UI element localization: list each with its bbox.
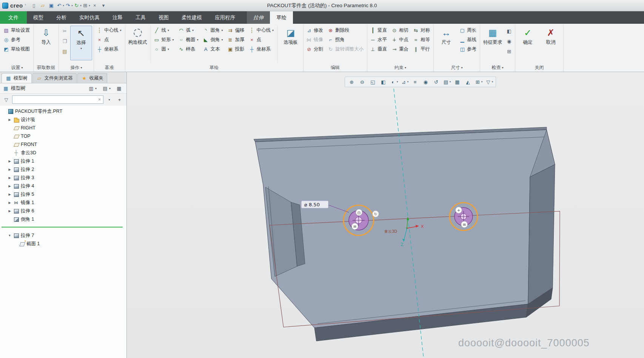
tab-extrude[interactable]: 拉伸 [247,11,270,24]
tree-item-design-items[interactable]: ▶设计项 [0,115,126,124]
midpoint-button[interactable]: ∔中点 [390,35,410,45]
graphics-filters-button[interactable]: ▽▾ [484,78,494,86]
search-options-button[interactable]: ▾ [105,95,114,104]
project-button[interactable]: ▣投影 [226,45,247,54]
fillet-button[interactable]: ◝圆角▾ [202,26,225,35]
circle-button[interactable]: ○圆▾ [153,45,176,54]
datum-csys-button[interactable]: ┼坐标系 [96,45,123,54]
tree-item-chamfer-1[interactable]: 倒角 1 [0,215,126,223]
divide-button[interactable]: ⊘分割 [305,45,325,54]
windows-button[interactable]: ⊞▾ [82,2,90,10]
tree-item-plane-right[interactable]: RIGHT [0,124,126,132]
more-button[interactable]: ▾ [99,2,108,10]
expander-icon[interactable]: ▶ [7,118,12,121]
tree-item-section-1[interactable]: 截面 1 [0,240,126,248]
dimension-button[interactable]: ↔ 尺寸 [435,26,457,60]
regenerate-button[interactable]: ↻▾ [73,2,82,10]
tree-item-plane-top[interactable]: TOP [0,132,126,140]
redo-button[interactable]: ↷▾ [65,2,73,10]
delete-segment-button[interactable]: ⊗删除段 [327,26,365,35]
references-button[interactable]: ◎参考 [2,35,32,45]
tree-item-csys[interactable]: 拿云3D [0,149,126,157]
expander-icon[interactable]: ▶ [7,184,12,188]
display-style-button[interactable]: ◐▾ [389,78,399,86]
expander-icon[interactable]: ▶ [7,193,12,196]
close-window-button[interactable]: × [91,2,99,10]
ellipse-button[interactable]: ○椭圆▾ [177,35,200,45]
tab-flex-modeling[interactable]: 柔性建模 [175,11,208,24]
symmetric-button[interactable]: ⇆对称 [412,26,432,35]
insert-indicator[interactable] [2,227,123,227]
tab-analysis[interactable]: 分析 [50,11,73,24]
panel-tab-folder-browser[interactable]: ▱文件夹浏览器 [32,73,77,83]
clear-search-button[interactable]: × [97,97,102,102]
perpendicular-button[interactable]: ⊥垂直 [369,45,389,54]
perimeter-button[interactable]: ▢周长 [458,26,478,35]
ref-dim-button[interactable]: ◫参考 [458,45,478,54]
sketch-setup-button[interactable]: ▧草绘设置 [2,26,32,35]
tree-item-plane-front[interactable]: FRONT [0,140,126,149]
graphics-area[interactable]: ◎ ≡ ↻ + ≡ ⌀ 8.50 [127,72,644,358]
parallel-button[interactable]: ∥平行 [412,45,432,54]
part-model[interactable] [254,127,555,341]
tree-item-extrude-3[interactable]: ▶拉伸 3 [0,174,126,182]
new-button[interactable]: ▯ [30,2,38,10]
feature-requirements-button[interactable]: ▦ 特征要求 [482,26,504,60]
expander-icon[interactable]: ▶ [7,176,12,180]
datum-point-button[interactable]: ×点 [96,35,123,45]
tree-filters-button[interactable]: ▥▾ [86,85,98,92]
paste-button[interactable]: ▤ [60,47,69,56]
group-label-settings[interactable]: 设置 ▾ [2,64,32,72]
tree-item-extrude-4[interactable]: ▶拉伸 4 [0,182,126,190]
offset-button[interactable]: ⇉偏移 [226,26,247,35]
thicken-button[interactable]: ≣加厚 [226,35,247,45]
datum-centerline-button[interactable]: ┆中心线▾ [96,26,123,35]
panel-tab-favorites[interactable]: ★收藏夹 [77,73,108,83]
equal-button[interactable]: =相等 [412,35,432,45]
perspective-button[interactable]: ◭ [463,78,473,86]
overlapping-geometry-button[interactable]: ⊞ [505,47,513,56]
sketch-view-button[interactable]: ◩草绘视图 [2,45,32,54]
datum-display-button[interactable]: ⊿▾ [399,78,410,86]
saved-orientations-button[interactable]: ▤▾ [442,78,452,86]
save-button[interactable]: ▣ [47,2,55,10]
horizontal-button[interactable]: ─水平 [369,35,389,45]
dimension-value[interactable]: ⌀ 8.50 [304,202,320,207]
model-right-wall[interactable] [528,164,555,304]
corner-button[interactable]: ⌐拐角 [327,35,365,45]
tree-search-input[interactable] [14,97,97,102]
tangent-button[interactable]: ⊙相切 [390,26,410,35]
tree-item-root[interactable]: PACKOUT零件盒.PRT [0,107,126,115]
grid-snap-button[interactable]: ⊞▾ [473,78,484,86]
tab-sketch[interactable]: 草绘 [270,11,293,24]
highlight-endpoints-button[interactable]: ◉ [505,37,513,46]
tab-tools[interactable]: 工具 [129,11,152,24]
repaint-button[interactable]: ◧ [378,78,388,86]
spin-center-button[interactable]: ◉ [421,78,431,86]
modify-button[interactable]: ⊿修改 [305,26,325,35]
coincident-button[interactable]: ⊸重合 [390,45,410,54]
tree-item-extrude-2[interactable]: ▶拉伸 2 [0,165,126,174]
sketch-csys-button[interactable]: ┼坐标系 [248,45,276,54]
tree-item-extrude-6[interactable]: ▶拉伸 6 [0,207,126,215]
expander-icon[interactable]: ▶ [7,201,12,204]
copy-button[interactable]: ❐ [60,37,69,46]
tree-display-button[interactable]: ▤▾ [100,85,112,92]
cut-button[interactable]: ✂ [60,26,69,35]
group-label-constrain[interactable]: 约束 ▾ [369,64,432,72]
baseline-button[interactable]: ▁基线 [458,35,478,45]
tab-file[interactable]: 文件 [0,11,27,24]
zoom-in-button[interactable]: ⊕ [347,78,357,86]
group-label-inspect[interactable]: 检查 ▾ [482,64,513,72]
tab-applications[interactable]: 应用程序 [208,11,242,24]
text-button[interactable]: A文本 [202,45,225,54]
shade-loops-button[interactable]: ◧ [505,26,513,35]
rectangle-button[interactable]: ▭矩形▾ [153,35,176,45]
tree-item-extrude-5[interactable]: ▶拉伸 5 [0,190,126,198]
undo-button[interactable]: ↶▾ [56,2,64,10]
tree-columns-button[interactable]: ▦ [114,85,124,92]
tab-view[interactable]: 视图 [152,11,175,24]
line-button[interactable]: ╱线▾ [153,26,176,35]
chamfer-button[interactable]: ◣倒角▾ [202,35,225,45]
expander-icon[interactable]: ▶ [7,209,12,213]
